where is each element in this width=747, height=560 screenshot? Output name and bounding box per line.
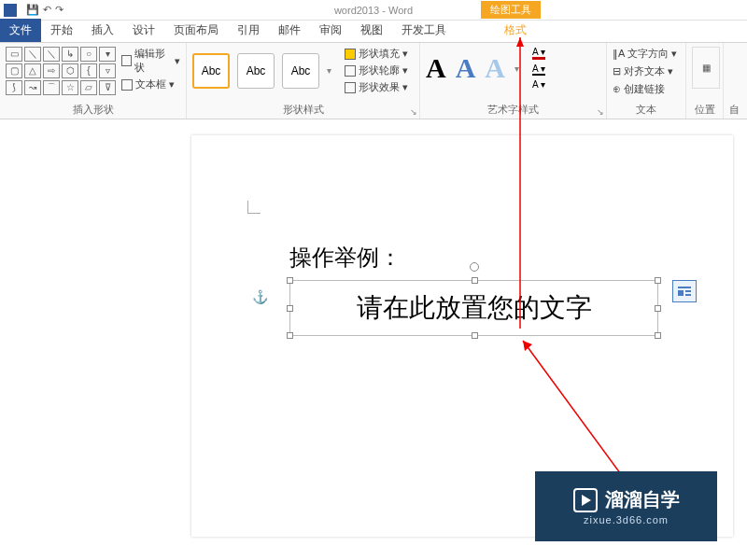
create-link-button[interactable]: ⊕ 创建链接 bbox=[613, 82, 680, 96]
tab-mailings[interactable]: 邮件 bbox=[269, 19, 310, 42]
resize-handle-bl[interactable] bbox=[287, 332, 293, 339]
save-icon[interactable]: 💾 bbox=[26, 4, 39, 16]
svg-rect-1 bbox=[678, 290, 684, 296]
watermark-banner: 溜溜自学 zixue.3d66.com bbox=[535, 471, 717, 541]
group-insert-shapes: ▭ ＼ ＼ ↳ ○ ▾ ▢ △ ⇨ ⬡ { ▿ ⟆ ↝ ⌒ ☆ ▱ ⊽ 编辑形状… bbox=[0, 43, 187, 119]
shape-more-icon[interactable]: ▾ bbox=[99, 47, 116, 62]
group-wrap-partial: 自 bbox=[724, 43, 737, 119]
shape-style-preset-2[interactable]: Abc bbox=[237, 53, 275, 89]
shape-line2-icon[interactable]: ＼ bbox=[43, 47, 60, 62]
shape-arrow-icon[interactable]: △ bbox=[24, 63, 41, 78]
align-text-button[interactable]: ⊟ 对齐文本 ▾ bbox=[613, 64, 680, 78]
shape-style-preset-3[interactable]: Abc bbox=[282, 53, 319, 89]
shape-effects-button[interactable]: 形状效果 ▾ bbox=[345, 80, 408, 94]
shape-arrow2-icon[interactable]: ⇨ bbox=[43, 63, 60, 78]
group-label-wrap: 自 bbox=[729, 101, 731, 117]
wordart-textbox[interactable]: 请在此放置您的文字 bbox=[289, 280, 658, 336]
title-bar: 💾 ↶ ↷ word2013 - Word 绘图工具 bbox=[0, 0, 747, 21]
layout-glyph-icon bbox=[677, 285, 692, 298]
style-gallery-more-icon[interactable]: ▾ bbox=[327, 65, 331, 76]
shape-styles-launcher-icon[interactable]: ↘ bbox=[410, 107, 417, 117]
tab-review[interactable]: 审阅 bbox=[310, 19, 351, 42]
resize-handle-tm[interactable] bbox=[472, 277, 478, 284]
fill-icon bbox=[345, 49, 356, 60]
resize-handle-bm[interactable] bbox=[472, 332, 478, 339]
tab-insert[interactable]: 插入 bbox=[82, 19, 123, 42]
text-box-button[interactable]: 文本框 ▾ bbox=[121, 77, 180, 91]
wordart-preset-2[interactable]: A bbox=[456, 52, 476, 84]
tab-format[interactable]: 格式 bbox=[495, 19, 536, 42]
tab-file[interactable]: 文件 bbox=[0, 19, 41, 42]
contextual-tab-label: 绘图工具 bbox=[481, 1, 541, 19]
text-fill-icon[interactable]: A ▾ bbox=[532, 47, 545, 60]
effects-icon bbox=[345, 82, 356, 93]
textbox-icon bbox=[121, 79, 133, 91]
group-label-text: 文本 bbox=[613, 101, 680, 117]
shape-style-preset-1[interactable]: Abc bbox=[192, 53, 230, 89]
window-title: word2013 - Word bbox=[334, 5, 413, 16]
resize-handle-tr[interactable] bbox=[655, 277, 661, 284]
ribbon: ▭ ＼ ＼ ↳ ○ ▾ ▢ △ ⇨ ⬡ { ▿ ⟆ ↝ ⌒ ☆ ▱ ⊽ 编辑形状… bbox=[0, 43, 747, 119]
group-shape-styles: Abc Abc Abc ▾ 形状填充 ▾ 形状轮廓 ▾ 形状效果 ▾ 形状样式 … bbox=[187, 43, 420, 119]
shape-rect-icon[interactable]: ▭ bbox=[6, 47, 22, 62]
tab-home[interactable]: 开始 bbox=[41, 19, 82, 42]
group-text: ‖A 文字方向 ▾ ⊟ 对齐文本 ▾ ⊕ 创建链接 文本 bbox=[607, 43, 686, 119]
text-direction-button[interactable]: ‖A 文字方向 ▾ bbox=[613, 47, 680, 61]
play-icon bbox=[573, 488, 598, 512]
outline-icon bbox=[345, 65, 356, 77]
group-wordart-styles: A A A ▾ A ▾ A ▾ A ▾ 艺术字样式 ↘ bbox=[420, 43, 607, 119]
shape-scroll-icon[interactable]: ▿ bbox=[99, 63, 116, 78]
shape-c4-icon[interactable]: ☆ bbox=[62, 80, 78, 95]
tab-references[interactable]: 引用 bbox=[228, 19, 269, 42]
layout-options-icon[interactable] bbox=[672, 280, 697, 302]
shape-brace-icon[interactable]: { bbox=[80, 63, 97, 78]
group-label-wordart: 艺术字样式 bbox=[426, 101, 600, 117]
word-app-icon bbox=[4, 4, 17, 17]
text-outline-icon[interactable]: A ▾ bbox=[532, 63, 545, 76]
svg-rect-0 bbox=[678, 287, 691, 288]
shape-oval-icon[interactable]: ○ bbox=[80, 47, 97, 62]
example-heading[interactable]: 操作举例： bbox=[289, 243, 402, 273]
tab-layout[interactable]: 页面布局 bbox=[164, 19, 228, 42]
group-label-shapes: 插入形状 bbox=[6, 101, 180, 117]
shape-conn-icon[interactable]: ↳ bbox=[62, 47, 78, 62]
position-button[interactable]: ▦ bbox=[692, 47, 720, 89]
shape-outline-button[interactable]: 形状轮廓 ▾ bbox=[345, 63, 408, 77]
resize-handle-mr[interactable] bbox=[655, 305, 661, 312]
shapes-gallery[interactable]: ▭ ＼ ＼ ↳ ○ ▾ ▢ △ ⇨ ⬡ { ▿ ⟆ ↝ ⌒ ☆ ▱ ⊽ bbox=[6, 47, 116, 95]
shape-c3-icon[interactable]: ⌒ bbox=[43, 80, 60, 95]
text-effects-icon[interactable]: A ▾ bbox=[532, 79, 545, 90]
group-label-shape-styles: 形状样式 bbox=[192, 101, 414, 117]
rotate-handle[interactable] bbox=[470, 262, 479, 272]
redo-icon[interactable]: ↷ bbox=[55, 4, 63, 16]
wordart-launcher-icon[interactable]: ↘ bbox=[597, 107, 604, 117]
wordart-gallery-more-icon[interactable]: ▾ bbox=[514, 63, 519, 74]
group-position: ▦ 位置 bbox=[686, 43, 724, 119]
shape-hex-icon[interactable]: ⬡ bbox=[62, 63, 78, 78]
undo-icon[interactable]: ↶ bbox=[43, 4, 51, 16]
shape-line-icon[interactable]: ＼ bbox=[24, 47, 41, 62]
group-label-position: 位置 bbox=[692, 101, 717, 117]
shape-c1-icon[interactable]: ⟆ bbox=[6, 80, 22, 95]
watermark-url: zixue.3d66.com bbox=[584, 514, 669, 525]
anchor-icon[interactable]: ⚓ bbox=[252, 289, 268, 304]
shape-expand-icon[interactable]: ⊽ bbox=[99, 80, 116, 95]
edit-shape-button[interactable]: 编辑形状 ▾ bbox=[121, 47, 180, 75]
resize-handle-ml[interactable] bbox=[287, 305, 293, 312]
shape-fill-button[interactable]: 形状填充 ▾ bbox=[345, 47, 408, 61]
ribbon-tabs: 文件 开始 插入 设计 页面布局 引用 邮件 审阅 视图 开发工具 格式 bbox=[0, 21, 747, 43]
resize-handle-tl[interactable] bbox=[287, 277, 293, 284]
margin-corner-mark bbox=[247, 201, 261, 214]
shape-c2-icon[interactable]: ↝ bbox=[24, 80, 41, 95]
tab-view[interactable]: 视图 bbox=[351, 19, 392, 42]
resize-handle-br[interactable] bbox=[655, 332, 661, 339]
tab-design[interactable]: 设计 bbox=[123, 19, 164, 42]
wordart-placeholder-text[interactable]: 请在此放置您的文字 bbox=[357, 290, 592, 326]
shape-c5-icon[interactable]: ▱ bbox=[80, 80, 97, 95]
wordart-preset-3[interactable]: A bbox=[485, 52, 505, 84]
shape-rrect-icon[interactable]: ▢ bbox=[6, 63, 22, 78]
quick-access-toolbar: 💾 ↶ ↷ bbox=[21, 4, 63, 16]
tab-developer[interactable]: 开发工具 bbox=[392, 19, 456, 42]
svg-rect-3 bbox=[685, 294, 691, 296]
wordart-preset-1[interactable]: A bbox=[426, 52, 446, 84]
